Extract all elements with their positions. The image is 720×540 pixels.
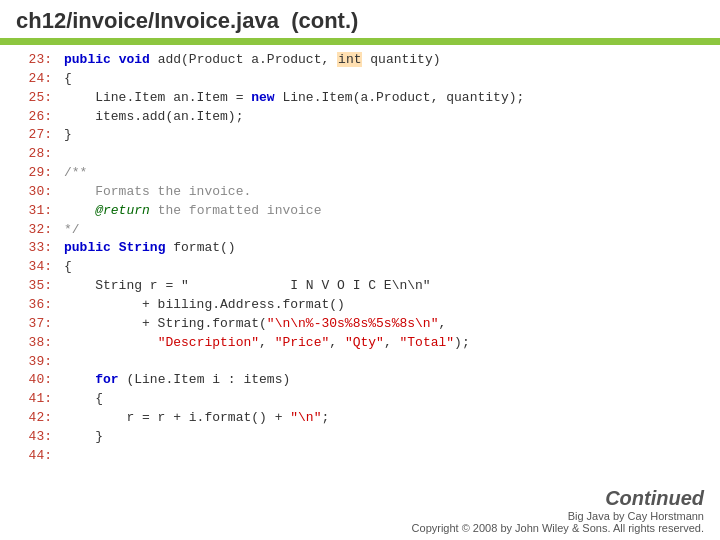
line-number: 41: bbox=[16, 390, 52, 409]
code-text: @return the formatted invoice bbox=[64, 202, 321, 221]
line-number: 35: bbox=[16, 277, 52, 296]
code-text: Line.Item an.Item = new Line.Item(a.Prod… bbox=[64, 89, 524, 108]
code-text: + String.format("\n\n%-30s%8s%5s%8s\n", bbox=[64, 315, 446, 334]
code-text: { bbox=[64, 70, 72, 89]
table-row: 31: @return the formatted invoice bbox=[16, 202, 704, 221]
table-row: 23:public void add(Product a.Product, in… bbox=[16, 51, 704, 70]
line-number: 36: bbox=[16, 296, 52, 315]
table-row: 35: String r = " I N V O I C E\n\n" bbox=[16, 277, 704, 296]
table-row: 41: { bbox=[16, 390, 704, 409]
page-title: ch12/invoice/Invoice.java (cont.) bbox=[16, 8, 358, 33]
table-row: 29:/** bbox=[16, 164, 704, 183]
table-row: 39: bbox=[16, 353, 704, 372]
table-row: 32:*/ bbox=[16, 221, 704, 240]
code-text: r = r + i.format() + "\n"; bbox=[64, 409, 329, 428]
table-row: 34:{ bbox=[16, 258, 704, 277]
table-row: 44: bbox=[16, 447, 704, 466]
line-number: 25: bbox=[16, 89, 52, 108]
code-text: items.add(an.Item); bbox=[64, 108, 243, 127]
table-row: 42: r = r + i.format() + "\n"; bbox=[16, 409, 704, 428]
code-text: /** bbox=[64, 164, 87, 183]
line-number: 30: bbox=[16, 183, 52, 202]
table-row: 26: items.add(an.Item); bbox=[16, 108, 704, 127]
footer: Continued Big Java by Cay Horstmann Copy… bbox=[0, 483, 720, 540]
continued-label: Continued bbox=[16, 487, 704, 510]
table-row: 37: + String.format("\n\n%-30s%8s%5s%8s\… bbox=[16, 315, 704, 334]
line-number: 39: bbox=[16, 353, 52, 372]
line-number: 37: bbox=[16, 315, 52, 334]
code-text: + billing.Address.format() bbox=[64, 296, 345, 315]
line-number: 28: bbox=[16, 145, 52, 164]
line-number: 44: bbox=[16, 447, 52, 466]
code-text: Formats the invoice. bbox=[64, 183, 251, 202]
table-row: 40: for (Line.Item i : items) bbox=[16, 371, 704, 390]
line-number: 29: bbox=[16, 164, 52, 183]
line-number: 32: bbox=[16, 221, 52, 240]
code-text: } bbox=[64, 428, 103, 447]
table-row: 28: bbox=[16, 145, 704, 164]
code-text: String r = " I N V O I C E\n\n" bbox=[64, 277, 431, 296]
code-text: public String format() bbox=[64, 239, 236, 258]
copyright-line1: Big Java by Cay Horstmann bbox=[16, 510, 704, 522]
line-number: 38: bbox=[16, 334, 52, 353]
table-row: 24:{ bbox=[16, 70, 704, 89]
table-row: 27:} bbox=[16, 126, 704, 145]
code-text: for (Line.Item i : items) bbox=[64, 371, 290, 390]
code-text: public void add(Product a.Product, int q… bbox=[64, 51, 441, 70]
code-text: { bbox=[64, 258, 72, 277]
line-number: 40: bbox=[16, 371, 52, 390]
line-number: 33: bbox=[16, 239, 52, 258]
header: ch12/invoice/Invoice.java (cont.) bbox=[0, 0, 720, 45]
code-content: 23:public void add(Product a.Product, in… bbox=[0, 45, 720, 472]
line-number: 26: bbox=[16, 108, 52, 127]
table-row: 43: } bbox=[16, 428, 704, 447]
line-number: 27: bbox=[16, 126, 52, 145]
line-number: 34: bbox=[16, 258, 52, 277]
line-number: 31: bbox=[16, 202, 52, 221]
line-number: 23: bbox=[16, 51, 52, 70]
line-number: 24: bbox=[16, 70, 52, 89]
table-row: 33:public String format() bbox=[16, 239, 704, 258]
code-text: } bbox=[64, 126, 72, 145]
copyright-line2: Copyright © 2008 by John Wiley & Sons. A… bbox=[16, 522, 704, 534]
code-text: */ bbox=[64, 221, 80, 240]
table-row: 30: Formats the invoice. bbox=[16, 183, 704, 202]
table-row: 25: Line.Item an.Item = new Line.Item(a.… bbox=[16, 89, 704, 108]
code-text: { bbox=[64, 390, 103, 409]
code-text: "Description", "Price", "Qty", "Total"); bbox=[64, 334, 470, 353]
line-number: 42: bbox=[16, 409, 52, 428]
line-number: 43: bbox=[16, 428, 52, 447]
table-row: 36: + billing.Address.format() bbox=[16, 296, 704, 315]
table-row: 38: "Description", "Price", "Qty", "Tota… bbox=[16, 334, 704, 353]
